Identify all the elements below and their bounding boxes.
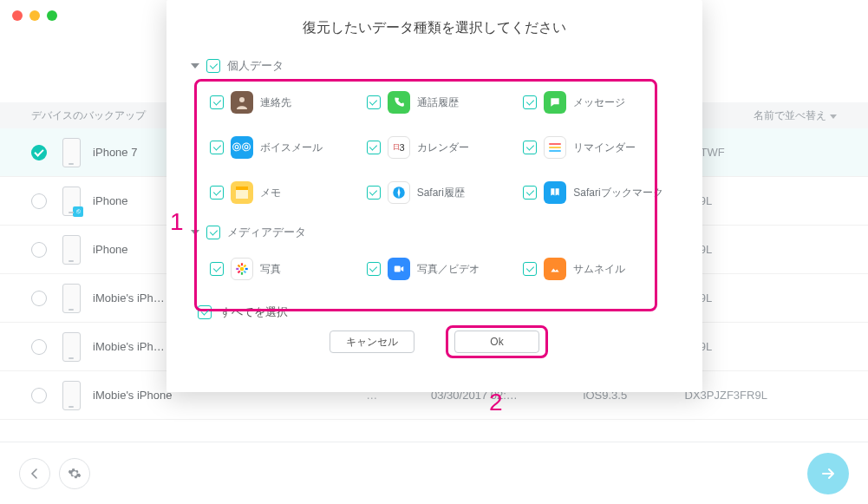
col-id: FR9L bbox=[685, 243, 837, 256]
sort-label: 名前で並べ替え bbox=[754, 108, 826, 123]
data-type-item[interactable]: リマインダー bbox=[523, 136, 671, 159]
window-traffic-lights[interactable] bbox=[12, 10, 57, 21]
section-personal-checkbox[interactable] bbox=[206, 59, 220, 73]
item-label: Safariブックマーク bbox=[573, 186, 662, 200]
sort-dropdown[interactable]: 名前で並べ替え bbox=[754, 108, 837, 123]
item-label: Safari履歴 bbox=[417, 186, 465, 200]
data-type-item[interactable]: 写真／ビデオ bbox=[367, 258, 515, 280]
svg-rect-2 bbox=[236, 190, 248, 199]
book-icon bbox=[544, 181, 566, 204]
minimize-window-icon[interactable] bbox=[29, 10, 40, 21]
phone-icon bbox=[62, 332, 82, 362]
item-label: サムネイル bbox=[573, 262, 625, 277]
maximize-window-icon[interactable] bbox=[47, 10, 57, 21]
item-checkbox[interactable] bbox=[367, 141, 381, 154]
select-all-label: すべてを選択 bbox=[220, 304, 288, 320]
row-select-radio[interactable] bbox=[31, 291, 47, 306]
section-media-checkbox[interactable] bbox=[206, 226, 220, 239]
phone-icon bbox=[62, 138, 82, 167]
item-checkbox[interactable] bbox=[523, 141, 537, 154]
select-all-row[interactable]: すべてを選択 bbox=[191, 296, 678, 320]
data-type-item[interactable]: ⓞⓞボイスメール bbox=[210, 136, 358, 159]
item-label: メモ bbox=[260, 186, 281, 200]
row-select-radio[interactable] bbox=[31, 388, 47, 403]
data-type-item[interactable]: Safari履歴 bbox=[367, 181, 515, 204]
chevron-down-icon bbox=[830, 109, 837, 121]
item-checkbox[interactable] bbox=[210, 141, 224, 154]
svg-rect-5 bbox=[394, 266, 400, 272]
data-type-item[interactable]: 日3カレンダー bbox=[367, 136, 515, 159]
next-button[interactable] bbox=[807, 453, 849, 494]
section-personal-label: 個人データ bbox=[227, 58, 284, 74]
phone-icon: ⎋ bbox=[62, 187, 82, 216]
restore-type-modal: 復元したいデータ種類を選択してください 個人データ 連絡先通話履歴メッセージⓞⓞ… bbox=[166, 0, 702, 392]
item-checkbox[interactable] bbox=[523, 95, 537, 109]
item-label: ボイスメール bbox=[260, 141, 323, 155]
section-personal-header[interactable]: 個人データ bbox=[191, 53, 678, 79]
rem-icon bbox=[544, 136, 566, 159]
voice-icon: ⓞⓞ bbox=[231, 136, 253, 159]
svg-rect-1 bbox=[236, 187, 248, 190]
msg-icon bbox=[544, 91, 566, 114]
section-media-header[interactable]: メディアデータ bbox=[191, 219, 678, 245]
item-checkbox[interactable] bbox=[210, 186, 224, 200]
item-label: 連絡先 bbox=[260, 95, 291, 110]
item-checkbox[interactable] bbox=[523, 186, 537, 200]
phone-icon bbox=[62, 381, 82, 410]
data-type-item[interactable]: 連絡先 bbox=[210, 91, 358, 114]
item-checkbox[interactable] bbox=[523, 262, 537, 276]
phone-icon bbox=[62, 235, 82, 265]
cancel-button[interactable]: キャンセル bbox=[330, 331, 414, 353]
ok-button[interactable]: Ok bbox=[454, 331, 539, 353]
item-checkbox[interactable] bbox=[210, 262, 224, 276]
data-type-item[interactable]: サムネイル bbox=[523, 258, 671, 280]
svg-point-4 bbox=[240, 267, 245, 272]
video-icon bbox=[388, 258, 410, 280]
col-id: FR9L bbox=[685, 291, 837, 304]
col-id: FR9L bbox=[685, 194, 837, 207]
back-button[interactable] bbox=[19, 458, 50, 489]
row-select-radio[interactable] bbox=[31, 145, 47, 160]
data-type-item[interactable]: 写真 bbox=[210, 258, 358, 280]
data-type-item[interactable]: 通話履歴 bbox=[367, 91, 515, 114]
cal-icon: 日3 bbox=[388, 136, 410, 159]
row-select-radio[interactable] bbox=[31, 242, 47, 258]
item-label: 通話履歴 bbox=[417, 95, 459, 110]
col-id: FR9L bbox=[685, 340, 837, 353]
section-media-label: メディアデータ bbox=[227, 225, 306, 240]
modal-title: 復元したいデータ種類を選択してください bbox=[166, 0, 702, 53]
disclosure-triangle-icon bbox=[191, 230, 199, 235]
data-type-item[interactable]: メッセージ bbox=[523, 91, 671, 114]
disclosure-triangle-icon bbox=[191, 63, 199, 69]
row-select-radio[interactable] bbox=[31, 339, 47, 355]
note-icon bbox=[231, 181, 253, 204]
media-grid: 写真写真／ビデオサムネイル bbox=[191, 245, 678, 296]
close-window-icon[interactable] bbox=[12, 10, 23, 21]
personal-grid: 連絡先通話履歴メッセージⓞⓞボイスメール日3カレンダーリマインダーメモSafar… bbox=[191, 79, 678, 219]
item-checkbox[interactable] bbox=[367, 95, 381, 109]
item-label: リマインダー bbox=[573, 141, 636, 155]
item-checkbox[interactable] bbox=[210, 95, 224, 109]
col-id: DX3PJZF3FR9L bbox=[685, 389, 837, 402]
item-label: メッセージ bbox=[573, 95, 625, 110]
list-header-left: デバイスのバックアップ bbox=[31, 108, 146, 123]
item-label: 写真／ビデオ bbox=[417, 262, 480, 277]
lock-badge-icon: ⎋ bbox=[73, 206, 83, 217]
item-checkbox[interactable] bbox=[367, 186, 381, 200]
select-all-checkbox[interactable] bbox=[198, 305, 212, 319]
settings-button[interactable] bbox=[59, 458, 90, 489]
item-label: カレンダー bbox=[417, 141, 469, 155]
phone-icon bbox=[388, 91, 410, 114]
item-checkbox[interactable] bbox=[367, 262, 381, 276]
svg-rect-6 bbox=[549, 263, 561, 275]
bottom-bar bbox=[0, 442, 868, 504]
data-type-item[interactable]: メモ bbox=[210, 181, 358, 204]
svg-point-0 bbox=[239, 97, 245, 102]
data-type-item[interactable]: Safariブックマーク bbox=[523, 181, 671, 204]
row-select-radio[interactable] bbox=[31, 193, 47, 209]
col-id: PDTWF bbox=[685, 146, 837, 159]
photo-icon bbox=[231, 258, 253, 280]
thumb-icon bbox=[544, 258, 566, 280]
contact-icon bbox=[231, 91, 253, 114]
phone-icon bbox=[62, 284, 82, 313]
